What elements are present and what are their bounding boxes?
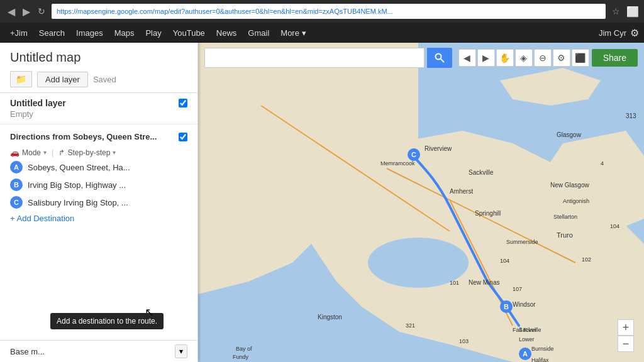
gbar-right: Jim Cyr ⚙ xyxy=(599,27,639,39)
pan-button[interactable]: ✋ xyxy=(496,49,514,67)
folder-button[interactable]: 📁 xyxy=(10,71,32,87)
directions-header: Directions from Sobeys, Queen Stre... xyxy=(0,129,197,144)
add-layer-button[interactable]: Add layer xyxy=(37,72,88,87)
base-map-label: Base m... xyxy=(10,347,175,356)
svg-text:New Glasgow: New Glasgow xyxy=(550,182,589,189)
svg-text:Truro: Truro xyxy=(557,231,573,239)
svg-text:Burnside: Burnside xyxy=(531,346,554,352)
map-area[interactable]: C B A Riverview Memramcook Sackville Amh… xyxy=(198,43,644,362)
zoom-controls: + − xyxy=(618,319,634,352)
step-dropdown-arrow: ▾ xyxy=(113,149,116,156)
map-toolbar: ◀ ▶ ✋ ◈ ⊖ ⚙ ⬛ Share xyxy=(198,48,644,68)
share-button[interactable]: Share xyxy=(592,49,638,67)
gbar-news[interactable]: News xyxy=(211,23,242,43)
browser-chrome: ◀ ▶ ↻ https://mapsengine.google.com/map/… xyxy=(0,0,644,23)
pin-button[interactable]: ◈ xyxy=(515,49,533,67)
svg-line-42 xyxy=(441,59,444,62)
directions-tool-button[interactable]: ⚙ xyxy=(553,49,570,67)
bookmark-icon[interactable]: ☆ xyxy=(612,6,620,16)
untitled-layer-section: Untitled layer Empty xyxy=(0,93,197,124)
browser-icons: ⬜ xyxy=(626,6,639,18)
svg-text:104: 104 xyxy=(610,223,619,229)
gbar-maps[interactable]: Maps xyxy=(109,23,140,43)
sidebar-toolbar: 📁 Add layer Saved xyxy=(10,71,187,87)
svg-text:Amherst: Amherst xyxy=(450,188,473,195)
line-button[interactable]: ⊖ xyxy=(534,49,552,67)
layer-checkbox[interactable] xyxy=(179,99,187,107)
search-icon xyxy=(435,53,445,63)
svg-text:313: 313 xyxy=(626,112,636,119)
gbar-youtube[interactable]: YouTube xyxy=(168,23,210,43)
directions-section: Directions from Sobeys, Queen Stre... 🚗 … xyxy=(0,124,197,231)
redo-button[interactable]: ▶ xyxy=(477,49,495,67)
back-button[interactable]: ◀ xyxy=(5,4,18,19)
saved-status: Saved xyxy=(93,75,116,84)
gbar-play[interactable]: Play xyxy=(140,23,166,43)
marker-a: A xyxy=(10,161,23,173)
nav-buttons: ◀ ▶ ↻ xyxy=(5,4,48,19)
layer-header: Untitled layer xyxy=(10,98,187,108)
gbar-search[interactable]: Search xyxy=(34,23,70,43)
mode-select[interactable]: 🚗 Mode ▾ xyxy=(10,148,47,157)
svg-text:101: 101 xyxy=(450,280,459,286)
svg-text:Fall River: Fall River xyxy=(513,327,536,333)
google-bar: +Jim Search Images Maps Play YouTube New… xyxy=(0,23,644,43)
address-bar[interactable]: https://mapsengine.google.com/map/edit?a… xyxy=(52,4,606,19)
measure-button[interactable]: ⬛ xyxy=(572,49,589,67)
step-label: Step-by-step xyxy=(67,148,110,157)
svg-text:Springhill: Springhill xyxy=(475,210,501,217)
url-text: https://mapsengine.google.com/map/edit?a… xyxy=(57,8,393,15)
map-background: C B A Riverview Memramcook Sackville Amh… xyxy=(198,43,644,362)
svg-text:104: 104 xyxy=(500,258,509,264)
zoom-out-button[interactable]: − xyxy=(618,336,634,352)
search-button[interactable] xyxy=(427,48,452,68)
mode-label: Mode xyxy=(22,148,41,157)
zoom-in-button[interactable]: + xyxy=(618,319,634,336)
svg-text:Glasgow: Glasgow xyxy=(557,131,582,138)
gbar-more[interactable]: More ▾ xyxy=(275,23,311,43)
layer-title: Untitled layer xyxy=(10,98,66,108)
waypoint-b[interactable]: B Irving Big Stop, Highway ... xyxy=(0,176,197,194)
mode-dropdown-arrow: ▾ xyxy=(43,149,47,156)
add-destination-link[interactable]: + Add Destination xyxy=(0,211,84,226)
layer-empty: Empty xyxy=(10,109,187,119)
svg-text:Summerside: Summerside xyxy=(506,239,538,245)
undo-button[interactable]: ◀ xyxy=(458,49,476,67)
base-map-row: Base m... ▾ xyxy=(0,340,197,362)
sidebar-header: Untitled map 📁 Add layer Saved xyxy=(0,43,197,93)
waypoint-c[interactable]: C Salisbury Irving Big Stop, ... xyxy=(0,194,197,211)
svg-point-41 xyxy=(435,54,441,60)
svg-text:Lower: Lower xyxy=(519,336,535,343)
main-area: Untitled map 📁 Add layer Saved Untitled … xyxy=(0,43,644,362)
base-map-dropdown[interactable]: ▾ xyxy=(175,344,187,358)
forward-button[interactable]: ▶ xyxy=(20,4,33,19)
waypoint-a[interactable]: A Sobeys, Queen Street, Ha... xyxy=(0,158,197,176)
refresh-button[interactable]: ↻ xyxy=(35,5,48,18)
svg-text:103: 103 xyxy=(459,338,469,344)
svg-text:Kingston: Kingston xyxy=(318,314,342,321)
svg-text:Memramcook: Memramcook xyxy=(380,160,415,167)
waypoint-b-text: Irving Big Stop, Highway ... xyxy=(28,180,126,190)
sidebar: Untitled map 📁 Add layer Saved Untitled … xyxy=(0,43,198,362)
mode-row: 🚗 Mode ▾ | ↱ Step-by-step ▾ xyxy=(0,146,197,158)
svg-text:Bay of: Bay of xyxy=(236,346,252,352)
user-name[interactable]: Jim Cyr xyxy=(599,28,626,38)
search-input[interactable] xyxy=(204,48,425,68)
svg-text:Sackville: Sackville xyxy=(469,169,494,176)
step-select[interactable]: ↱ Step-by-step ▾ xyxy=(58,148,116,157)
gbar-images[interactable]: Images xyxy=(71,23,108,43)
svg-text:321: 321 xyxy=(406,322,415,329)
gear-icon[interactable]: ⚙ xyxy=(630,27,639,39)
gbar-plus-jim[interactable]: +Jim xyxy=(5,23,33,43)
svg-text:A: A xyxy=(523,350,528,358)
svg-text:107: 107 xyxy=(513,286,522,292)
directions-checkbox[interactable] xyxy=(179,133,187,141)
svg-text:Windsor: Windsor xyxy=(513,301,536,308)
map-tools: ◀ ▶ ✋ ◈ ⊖ ⚙ ⬛ xyxy=(458,49,589,67)
tablet-icon[interactable]: ⬜ xyxy=(626,6,639,18)
svg-text:Halifax: Halifax xyxy=(531,357,549,362)
step-icon: ↱ xyxy=(58,148,65,157)
gbar-gmail[interactable]: Gmail xyxy=(243,23,274,43)
waypoint-c-text: Salisbury Irving Big Stop, ... xyxy=(28,198,128,207)
map-title: Untitled map xyxy=(10,50,187,65)
